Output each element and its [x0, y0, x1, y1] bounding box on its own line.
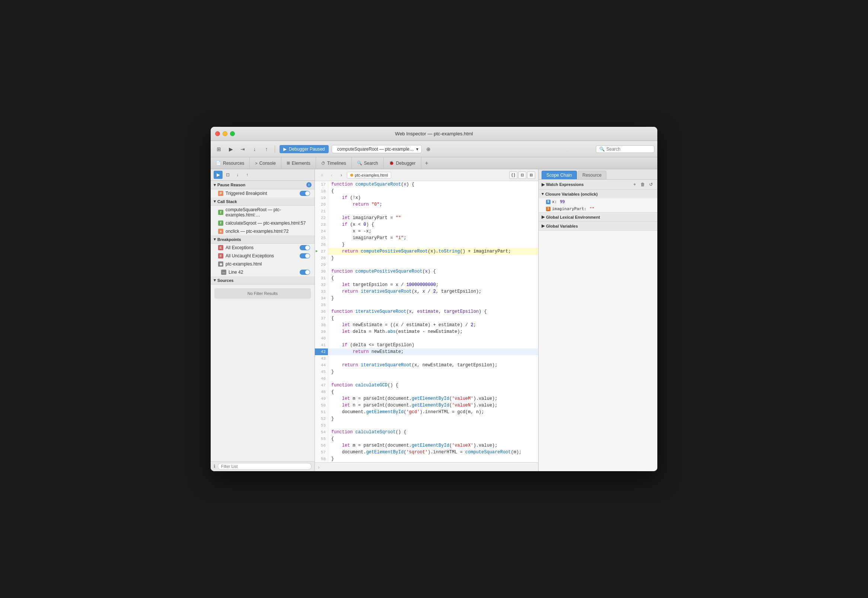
- sources-section[interactable]: ▾ Sources: [211, 276, 315, 284]
- search-input[interactable]: [606, 147, 651, 152]
- breakpoints-section[interactable]: ▾ Breakpoints: [211, 235, 315, 244]
- nav-forward-btn[interactable]: ›: [337, 172, 345, 179]
- line-content-53: [328, 422, 538, 429]
- add-tab-button[interactable]: +: [421, 157, 432, 169]
- filter-bar: ℹ: [211, 461, 315, 471]
- add-watch-button[interactable]: +: [631, 181, 638, 187]
- step-out-button[interactable]: ↑: [261, 145, 272, 154]
- tab-debugger-label: Debugger: [396, 161, 416, 166]
- nav-back-btn[interactable]: ‹: [328, 172, 336, 179]
- delete-watch-button[interactable]: 🗑: [639, 181, 646, 187]
- code-line-22: 22 let imaginaryPart = "": [315, 215, 538, 221]
- all-uncaught-label: All Uncaught Exceptions: [226, 253, 274, 259]
- crosshair-button[interactable]: ⊕: [423, 145, 434, 154]
- view-btn-2[interactable]: ⊡: [518, 172, 526, 179]
- tab-elements[interactable]: ⊞ Elements: [281, 157, 316, 169]
- filter-input[interactable]: [218, 463, 312, 470]
- gutter-26: 26: [315, 241, 328, 248]
- all-uncaught-item[interactable]: E All Uncaught Exceptions: [211, 252, 315, 260]
- right-panel-tabs: Scope Chain Resource: [538, 169, 657, 179]
- line-content-20: return "0";: [328, 201, 538, 208]
- line-content-38: let newEstimate = ((x / estimate) + esti…: [328, 322, 538, 328]
- line-42-item[interactable]: — Line 42: [211, 268, 315, 276]
- line-content-24: x = -x;: [328, 228, 538, 235]
- code-line-41: 41 if (delta <= targetEpsilon): [315, 342, 538, 348]
- tab-resources[interactable]: 📄 Resources: [211, 157, 250, 169]
- code-line-40: 40: [315, 335, 538, 342]
- pause-reason-section[interactable]: ▾ Pause Reason !: [211, 181, 315, 189]
- sidebar-toggle-button[interactable]: ⊞: [214, 145, 224, 154]
- closure-variables-header[interactable]: ▾ Closure Variables (onclick): [538, 190, 657, 198]
- global-variables-header[interactable]: ▶ Global Variables: [538, 222, 657, 230]
- tab-search[interactable]: 🔍 Search: [352, 157, 384, 169]
- line-content-25: imaginaryPart = "i";: [328, 235, 538, 241]
- tab-elements-label: Elements: [292, 161, 310, 166]
- code-line-52: 52 }: [315, 416, 538, 422]
- sidebar-btn-3[interactable]: ↓: [233, 171, 242, 179]
- call-stack-section[interactable]: ▾ Call Stack: [211, 197, 315, 206]
- call-stack-item-1[interactable]: f calculateSqroot — ptc-examples.html:57: [211, 219, 315, 227]
- all-uncaught-toggle[interactable]: [300, 253, 310, 259]
- sidebar-btn-2[interactable]: ⊡: [223, 171, 232, 179]
- all-exceptions-toggle[interactable]: [300, 245, 310, 250]
- minimize-button[interactable]: [223, 131, 228, 136]
- gutter-22: 22: [315, 215, 328, 221]
- call-stack-item-2[interactable]: e onclick — ptc-examples.html:72: [211, 227, 315, 235]
- triangle-down-icon-3: ▾: [214, 237, 216, 242]
- search-box[interactable]: 🔍: [596, 145, 654, 153]
- breadcrumb-button[interactable]: computeSquareRoot — ptc-example… ▾: [332, 145, 422, 153]
- all-exceptions-item[interactable]: E All Exceptions: [211, 244, 315, 252]
- line-42-toggle[interactable]: [300, 270, 310, 275]
- tab-scope-chain[interactable]: Scope Chain: [541, 171, 577, 179]
- code-line-50: 50 let n = parseInt(document.getElementB…: [315, 402, 538, 409]
- sidebar-btn-active[interactable]: ▶: [214, 171, 223, 179]
- step-into-button[interactable]: ↓: [249, 145, 260, 154]
- line-content-43: [328, 355, 538, 362]
- ptc-examples-label: ptc-examples.html: [226, 262, 262, 267]
- view-btn-1[interactable]: { }: [509, 172, 517, 179]
- tab-debugger[interactable]: 🐞 Debugger: [384, 157, 421, 169]
- closure-var-x: N x: 99: [538, 198, 657, 205]
- code-line-17: 17 function computeSquareRoot(x) {: [315, 181, 538, 188]
- search-icon: 🔍: [599, 147, 605, 152]
- web-inspector-window: Web Inspector — ptc-examples.html ⊞ ▶ ⇥ …: [211, 127, 657, 471]
- gutter-56: 56: [315, 442, 328, 449]
- step-over-button[interactable]: ⇥: [237, 145, 248, 154]
- view-btn-3[interactable]: ⊟: [527, 172, 535, 179]
- code-line-46: 46: [315, 375, 538, 382]
- filename-label: ptc-examples.html: [355, 173, 388, 177]
- ptc-examples-item[interactable]: ◉ ptc-examples.html: [211, 260, 315, 268]
- close-button[interactable]: [215, 131, 220, 136]
- code-line-24: 24 x = -x;: [315, 228, 538, 235]
- line-content-55: {: [328, 435, 538, 442]
- closure-variables-section: ▾ Closure Variables (onclick) N x: 99 S …: [538, 190, 657, 213]
- tab-console[interactable]: > Console: [250, 157, 281, 169]
- tab-timelines[interactable]: ⏱ Timelines: [316, 157, 352, 169]
- except-icon-0: E: [218, 245, 223, 250]
- pause-reason-toggle[interactable]: [300, 191, 310, 196]
- gutter-52: 52: [315, 416, 328, 422]
- watch-expressions-section: ▶ Watch Expressions + 🗑 ↺: [538, 179, 657, 190]
- line-icon: —: [221, 270, 226, 275]
- call-stack-item-0[interactable]: f computeSquareRoot — ptc-examples.html:…: [211, 206, 315, 219]
- maximize-button[interactable]: [230, 131, 235, 136]
- event-icon-2: e: [218, 229, 223, 234]
- code-line-37: 37 {: [315, 315, 538, 322]
- global-lexical-header[interactable]: ▶ Global Lexical Environment: [538, 213, 657, 221]
- line-content-26: }: [328, 241, 538, 248]
- sidebar-btn-4[interactable]: ↑: [243, 171, 252, 179]
- tab-resource[interactable]: Resource: [578, 171, 606, 179]
- global-lexical-section: ▶ Global Lexical Environment: [538, 213, 657, 222]
- code-editor[interactable]: 17 function computeSquareRoot(x) { 18 { …: [315, 181, 538, 462]
- search-tab-icon: 🔍: [357, 161, 362, 166]
- line-content-30: function computePositiveSquareRoot(x) {: [328, 268, 538, 275]
- watch-expressions-header[interactable]: ▶ Watch Expressions + 🗑 ↺: [538, 179, 657, 189]
- refresh-watch-button[interactable]: ↺: [648, 181, 654, 187]
- nav-sidebar-btn[interactable]: ≡: [318, 172, 326, 179]
- tab-timelines-label: Timelines: [327, 161, 346, 166]
- debugger-play-button[interactable]: ▶: [226, 145, 236, 154]
- code-line-19: 19 if (!x): [315, 194, 538, 201]
- code-line-25: 25 imaginaryPart = "i";: [315, 235, 538, 241]
- gutter-48: 48: [315, 389, 328, 395]
- code-line-36: 36 function iterativeSquareRoot(x, estim…: [315, 308, 538, 315]
